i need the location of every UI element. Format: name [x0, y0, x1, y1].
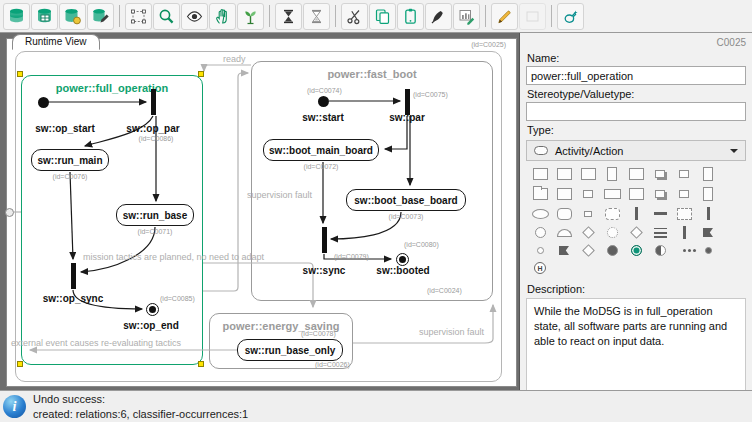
toolbar-button-eye[interactable]	[181, 3, 208, 30]
toolbar-separator	[119, 5, 120, 27]
palette-icon-pin-box[interactable]	[679, 190, 689, 198]
toolbar-button-chart-edit[interactable]	[453, 3, 480, 30]
disabled-tool-icon	[523, 7, 542, 26]
toolbar-button-hourglass-filled[interactable]	[275, 3, 302, 30]
database-edit-icon	[91, 7, 110, 26]
properties-panel: C0025 Name: Stereotype/Valuetype: Type: …	[519, 33, 752, 390]
join-node-op-sync[interactable]	[71, 263, 76, 289]
palette-icon-frame[interactable]	[581, 168, 596, 180]
palette-icon-small-node[interactable]	[679, 170, 689, 178]
palette-icon-terminate-node[interactable]	[705, 247, 712, 254]
id-booted: (id=C0080)	[404, 241, 439, 248]
state-run-base[interactable]: sw::run_base	[116, 204, 194, 226]
palette-icon-junction-dots[interactable]	[683, 249, 686, 252]
chevron-down-icon[interactable]	[730, 149, 738, 157]
toolbar-button-signature[interactable]	[425, 3, 452, 30]
toolbar-button-disabled[interactable]	[519, 3, 546, 30]
toolbar-button-copy[interactable]	[369, 3, 396, 30]
toolbar-button-pan-hand[interactable]	[209, 3, 236, 30]
palette-icon-partition[interactable]	[703, 167, 713, 181]
toolbar-button-cut[interactable]	[341, 3, 368, 30]
palette-icon-port-box[interactable]	[629, 168, 644, 180]
state-boot-base-board[interactable]: sw::boot_base_board	[346, 189, 466, 211]
shape-palette: H	[526, 165, 746, 276]
palette-icon-activity-oval[interactable]	[532, 209, 549, 219]
toolbar-button-select-frame[interactable]	[125, 3, 152, 30]
palette-icon-part-box[interactable]	[583, 190, 593, 198]
selection-handle-top-right[interactable]	[198, 71, 204, 77]
selection-handle-bottom-right[interactable]	[198, 361, 204, 367]
selection-handle-bottom-left[interactable]	[17, 361, 23, 367]
palette-icon-half-oval[interactable]	[557, 229, 572, 237]
palette-icon-small-diamond[interactable]	[582, 244, 595, 257]
palette-icon-comment-note[interactable]	[703, 187, 713, 201]
label-op-end: sw::op_end	[113, 320, 189, 331]
pencil-icon	[495, 7, 514, 26]
palette-icon-package-folder[interactable]	[533, 188, 548, 200]
palette-icon-merge-node[interactable]	[630, 226, 643, 239]
copy-icon	[373, 7, 392, 26]
magic-lamp-icon	[561, 7, 580, 26]
palette-icon-region-box[interactable]	[677, 208, 692, 220]
stereotype-input[interactable]	[526, 102, 746, 121]
palette-icon-half-filled-circle[interactable]	[655, 245, 666, 256]
toolbar-button-database-edit[interactable]	[87, 3, 114, 30]
palette-icon-tiny-box[interactable]	[584, 211, 592, 217]
pan-hand-icon	[213, 7, 232, 26]
edge-port-handle[interactable]	[5, 208, 14, 217]
initial-node-start[interactable]	[318, 96, 329, 107]
toolbar-separator	[269, 5, 270, 27]
fork-node-op-par[interactable]	[151, 89, 156, 115]
palette-icon-stacked-boxes[interactable]	[655, 190, 665, 198]
toolbar-button-magic-lamp[interactable]	[557, 3, 584, 30]
database-table-icon	[35, 7, 54, 26]
palette-icon-small-circle[interactable]	[537, 247, 544, 254]
palette-icon-lifeline[interactable]	[607, 167, 617, 181]
toolbar-button-database-coins[interactable]	[59, 3, 86, 30]
toolbar-button-plant[interactable]	[237, 3, 264, 30]
state-run-base-only[interactable]: sw::run_base_only	[237, 339, 343, 361]
palette-icon-class-box[interactable]	[533, 168, 548, 180]
final-node-op-end[interactable]	[146, 303, 159, 316]
selection-handle-top-left[interactable]	[17, 71, 23, 77]
palette-icon-initial-node-outline[interactable]	[535, 227, 546, 238]
palette-icon-final-state-selected[interactable]	[631, 245, 642, 256]
palette-icon-flag-node[interactable]	[559, 246, 569, 255]
diagram-canvas[interactable]: (id=C0025) power::full_operation power::…	[6, 38, 517, 387]
palette-icon-dotted-state[interactable]	[607, 227, 618, 238]
name-input[interactable]	[526, 66, 746, 85]
palette-icon-wide-box[interactable]	[604, 189, 621, 199]
toolbar-button-database-table[interactable]	[31, 3, 58, 30]
toolbar-button-paste-clipboard[interactable]	[397, 3, 424, 30]
state-boot-main-board[interactable]: sw::boot_main_board	[263, 139, 379, 161]
toolbar-button-pencil[interactable]	[491, 3, 518, 30]
palette-icon-fork-bar[interactable]	[635, 207, 638, 220]
palette-icon-object-box[interactable]	[557, 168, 572, 180]
id-run-base: (id=C0071)	[116, 228, 194, 235]
label-sync: sw::sync	[286, 265, 362, 276]
palette-icon-decision-diamond[interactable]	[582, 226, 595, 239]
id-op-par: (id=C0086)	[123, 135, 189, 142]
palette-icon-signal-flag[interactable]	[703, 228, 713, 237]
palette-icon-line-stack[interactable]	[654, 228, 667, 238]
type-section-header[interactable]: Activity/Action	[526, 140, 746, 161]
toolbar-button-database-stack[interactable]	[3, 3, 30, 30]
palette-icon-cut-corner-box[interactable]	[629, 188, 644, 200]
palette-icon-action-rounded[interactable]	[557, 208, 572, 220]
toolbar-button-hourglass-outline[interactable]	[303, 3, 330, 30]
palette-icon-join-bar[interactable]	[654, 212, 667, 215]
palette-icon-shallow-history[interactable]: H	[534, 262, 546, 274]
palette-icon-dashed-state[interactable]	[605, 208, 620, 220]
id-fast-boot-container: (id=C0024)	[427, 287, 462, 294]
palette-icon-multi-object[interactable]	[655, 170, 665, 178]
join-node-sync[interactable]	[322, 227, 327, 253]
state-run-main[interactable]: sw::run_main	[31, 149, 109, 171]
description-textarea[interactable]: While the MoD5G is in full_operation sta…	[526, 298, 746, 390]
toolbar-button-zoom[interactable]	[153, 3, 180, 30]
diagram-tab[interactable]: Runtime View	[12, 34, 100, 50]
initial-node-op-start[interactable]	[38, 97, 49, 108]
palette-icon-vertical-bar[interactable]	[683, 226, 686, 239]
palette-icon-initial-state-filled[interactable]	[607, 245, 618, 256]
palette-icon-node-box[interactable]	[557, 188, 572, 200]
palette-icon-bar-node[interactable]	[707, 207, 710, 220]
